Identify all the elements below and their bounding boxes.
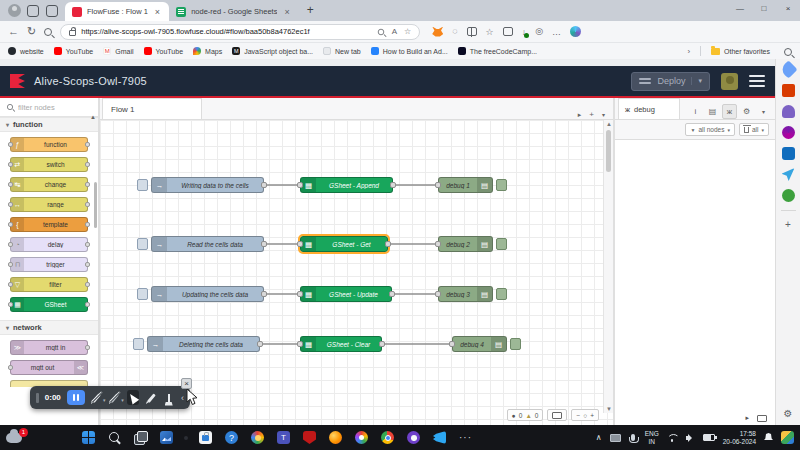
config-tab-icon[interactable]: ⚙ xyxy=(739,104,754,119)
github-desktop-icon[interactable] xyxy=(407,431,420,444)
inject-node[interactable]: → Writing data to the cells xyxy=(151,177,264,193)
mcafee-icon[interactable] xyxy=(303,431,316,444)
other-favorites[interactable]: Other favorites xyxy=(711,48,770,55)
palette-scroll-up-icon[interactable]: ▲ xyxy=(90,114,96,120)
debug-node[interactable]: debug 2 ▤ xyxy=(438,236,493,252)
bookmark-maps[interactable]: Maps xyxy=(193,47,222,55)
flow-list-caret-icon[interactable]: ▾ xyxy=(602,111,605,118)
close-button[interactable]: × xyxy=(776,0,800,16)
notifications-bell-icon[interactable] xyxy=(764,433,773,442)
debug-messages-panel[interactable] xyxy=(615,140,775,411)
taskbar-search-icon[interactable] xyxy=(108,431,121,444)
highlighter-disabled-icon[interactable]: ▾ xyxy=(109,390,121,405)
debug-tab-icon[interactable]: ж xyxy=(722,104,737,119)
edge-browser-icon-active[interactable] xyxy=(184,436,188,440)
microsoft-store-icon[interactable] xyxy=(199,431,212,444)
debug-toggle-button[interactable] xyxy=(510,338,521,350)
palette-scrollbar[interactable] xyxy=(94,182,97,228)
back-icon[interactable]: ← xyxy=(8,26,19,37)
battery-icon[interactable] xyxy=(703,434,715,441)
refresh-icon[interactable]: ↻ xyxy=(27,26,36,37)
deploy-caret-icon[interactable]: ▾ xyxy=(691,77,702,85)
filter-nodes-button[interactable]: ▼ all nodes ▾ xyxy=(685,123,735,136)
bookmark-freecodecamp[interactable]: The freeCodeCamp... xyxy=(458,47,537,55)
palette-node-switch[interactable]: ⇄ switch xyxy=(10,157,88,172)
debug-toggle-button[interactable] xyxy=(496,179,507,191)
colorful-app-icon[interactable] xyxy=(355,431,368,444)
more-menu-icon[interactable]: … xyxy=(552,27,561,37)
zoom-page-icon[interactable] xyxy=(378,28,384,34)
cast-icon[interactable] xyxy=(610,434,621,442)
extensions-icon[interactable] xyxy=(27,5,39,17)
weather-widget-icon[interactable]: 1 xyxy=(6,433,22,443)
flowfuse-logo[interactable] xyxy=(10,74,25,88)
open-window-icon[interactable] xyxy=(757,415,767,422)
zoom-in-button[interactable]: + xyxy=(590,412,594,419)
eraser-tool-icon[interactable] xyxy=(163,390,175,405)
task-view-icon[interactable] xyxy=(134,431,147,444)
restore-button[interactable]: □ xyxy=(752,0,776,16)
new-tab-button[interactable]: + xyxy=(307,3,314,17)
gsheet-clear-node[interactable]: ▦ GSheet - Clear xyxy=(300,336,382,352)
deploy-button[interactable]: Deploy ▾ xyxy=(631,72,710,91)
bookmarks-overflow-icon[interactable]: › xyxy=(687,47,690,56)
inject-button[interactable] xyxy=(137,288,148,300)
games-icon[interactable] xyxy=(782,105,795,118)
bookmark-youtube-2[interactable]: YouTube xyxy=(144,47,184,55)
clock[interactable]: 17:58 20-06-2024 xyxy=(723,430,756,446)
hidden-icons-chevron[interactable]: ∧ xyxy=(596,433,602,442)
browser-tab-sheets[interactable]: node-red - Google Sheets × xyxy=(169,2,299,21)
sidebar-settings-icon[interactable]: ⚙ xyxy=(784,408,793,419)
profile-avatar[interactable] xyxy=(8,4,21,17)
inject-button[interactable] xyxy=(137,179,148,191)
metamask-icon[interactable] xyxy=(432,27,443,37)
run-icon[interactable]: ▸ xyxy=(578,111,582,119)
navigator-button[interactable] xyxy=(547,409,567,421)
cursor-tool-icon[interactable] xyxy=(127,390,139,405)
wifi-icon[interactable] xyxy=(667,434,678,442)
get-help-icon[interactable] xyxy=(225,431,238,444)
downloads-icon[interactable]: ↓ xyxy=(522,27,527,37)
zoom-out-button[interactable]: − xyxy=(576,412,580,419)
palette-category-network[interactable]: ▾ network xyxy=(0,320,98,335)
read-aloud-icon[interactable]: A xyxy=(392,27,397,36)
scroll-up-icon[interactable]: ▲ xyxy=(606,121,612,127)
debug-node[interactable]: debug 1 ▤ xyxy=(438,177,493,193)
palette-search[interactable] xyxy=(0,98,98,117)
volume-icon[interactable] xyxy=(686,434,695,442)
teams-icon[interactable] xyxy=(277,431,290,444)
microphone-icon[interactable] xyxy=(631,434,635,441)
browser-tab-flowfuse[interactable]: FlowFuse : Flow 1 × xyxy=(65,2,169,21)
workspace-tab-flow1[interactable]: Flow 1 xyxy=(102,98,202,119)
gsheet-update-node[interactable]: ▦ GSheet - Update xyxy=(300,286,392,302)
clear-messages-button[interactable]: all ▾ xyxy=(739,123,769,136)
start-button-icon[interactable] xyxy=(82,431,95,444)
inject-node[interactable]: → Read the cells data xyxy=(151,236,264,252)
help-tab-icon[interactable]: ▤ xyxy=(705,104,720,119)
firefox-icon[interactable] xyxy=(329,431,342,444)
grow-icon[interactable] xyxy=(782,189,795,202)
tab-actions-icon[interactable] xyxy=(46,5,58,17)
palette-filter-input[interactable] xyxy=(18,103,88,112)
tab-close-icon[interactable]: × xyxy=(282,7,291,17)
notifications-counts[interactable]: ● 0 ▲ 0 xyxy=(507,409,544,421)
palette-node-gsheet[interactable]: ▦ GSheet xyxy=(10,297,88,312)
favorite-star-icon[interactable]: ☆ xyxy=(404,27,411,36)
expand-icon[interactable]: ▸ xyxy=(745,414,749,422)
palette-node-trigger[interactable]: ⊓ trigger xyxy=(10,257,88,272)
palette-node-mqtt-in[interactable]: ≫ mqtt in xyxy=(10,340,88,355)
sidebar-caret-icon[interactable]: ▾ xyxy=(756,104,771,119)
inject-node[interactable]: → Updating the cells data xyxy=(151,286,264,302)
palette-node-function[interactable]: ƒ function xyxy=(10,137,88,152)
language-indicator[interactable]: ENG IN xyxy=(645,430,659,445)
scrollbar-thumb[interactable] xyxy=(606,130,611,172)
inject-button[interactable] xyxy=(133,338,144,350)
gsheet-append-node[interactable]: ▦ GSheet - Append xyxy=(300,177,393,193)
bookmark-website[interactable]: website xyxy=(8,47,44,55)
favorites-icon[interactable]: ☆ xyxy=(486,27,494,37)
microsoft365-icon[interactable] xyxy=(782,126,795,139)
bookmark-gmail[interactable]: MGmail xyxy=(103,47,133,55)
tab-debug[interactable]: ж debug xyxy=(618,98,680,119)
shopping-icon[interactable] xyxy=(779,60,797,78)
palette-node-template[interactable]: { template xyxy=(10,217,88,232)
